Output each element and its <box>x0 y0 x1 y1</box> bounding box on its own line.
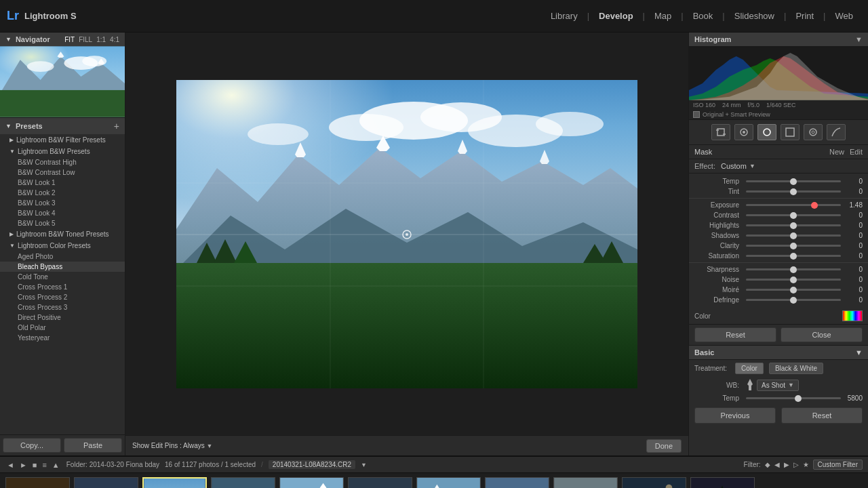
preset-bw-contrast-high[interactable]: B&W Contrast High <box>0 157 125 167</box>
filename-arrow[interactable]: ▼ <box>361 462 367 468</box>
mask-new-button[interactable]: New <box>829 148 844 156</box>
film-thumb-1[interactable]: ◆ ▷ ⬛ <box>5 477 70 488</box>
nav-print[interactable]: Print <box>787 11 822 21</box>
nav-library[interactable]: Library <box>542 11 586 21</box>
basic-temp-track[interactable] <box>746 397 841 399</box>
nav-slideshow[interactable]: Slideshow <box>726 11 783 21</box>
saturation-track[interactable] <box>746 255 841 257</box>
graduated-filter-tool[interactable] <box>781 124 800 140</box>
noise-track[interactable] <box>746 279 841 281</box>
exposure-thumb[interactable] <box>811 202 818 209</box>
moire-track[interactable] <box>746 289 841 291</box>
tint-thumb[interactable] <box>790 188 797 195</box>
preset-bw-look-3[interactable]: B&W Look 3 <box>0 198 125 208</box>
nav-size-1-1[interactable]: 1:1 <box>96 36 106 43</box>
nav-map[interactable]: Map <box>646 11 679 21</box>
nav-web[interactable]: Web <box>827 11 862 21</box>
filter-icon-4[interactable]: ▷ <box>793 461 799 468</box>
preset-bw-look-5[interactable]: B&W Look 5 <box>0 218 125 228</box>
fs-nav-1[interactable]: ◄ <box>5 461 16 469</box>
nav-size-fill[interactable]: FILL <box>79 36 92 43</box>
fs-grid-view[interactable]: ≡ <box>41 461 47 469</box>
preset-bw-look-1[interactable]: B&W Look 1 <box>0 178 125 188</box>
adjustment-brush-tool[interactable] <box>804 124 823 140</box>
fs-loupe-view[interactable]: ▲ <box>51 461 61 469</box>
film-thumb-10[interactable] <box>622 477 686 488</box>
film-thumb-8[interactable] <box>485 477 549 488</box>
nav-size-4-1[interactable]: 4:1 <box>110 36 119 43</box>
filter-icon-2[interactable]: ◀ <box>774 461 780 468</box>
preset-yesteryear[interactable]: Yesteryear <box>0 333 125 343</box>
filter-icon-1[interactable]: ◆ <box>765 461 770 468</box>
preset-group-color-header[interactable]: ▼ Lightroom Color Presets <box>0 240 125 251</box>
exposure-track[interactable] <box>746 204 841 206</box>
presets-add-button[interactable]: + <box>114 121 119 131</box>
tint-track[interactable] <box>746 190 841 192</box>
reset-main-button[interactable]: Reset <box>781 407 863 424</box>
shadows-track[interactable] <box>746 235 841 237</box>
defringe-thumb[interactable] <box>790 297 797 304</box>
navigator-header[interactable]: ▼ Navigator FIT FILL 1:1 4:1 <box>0 33 125 46</box>
custom-filter-button[interactable]: Custom Filter <box>813 460 863 470</box>
sharpness-thumb[interactable] <box>790 266 797 273</box>
bw-treatment-button[interactable]: Black & White <box>769 363 823 374</box>
nav-develop[interactable]: Develop <box>591 11 642 21</box>
film-thumb-3[interactable]: ◆ ▷ <box>142 477 207 488</box>
histogram-header[interactable]: Histogram ▼ <box>689 33 868 46</box>
preset-bleach-bypass[interactable]: Bleach Bypass <box>0 262 125 272</box>
nav-book[interactable]: Book <box>685 11 722 21</box>
film-thumb-9[interactable]: ◆ ▷ <box>553 477 618 488</box>
mask-edit-button[interactable]: Edit <box>850 148 863 156</box>
temp-track[interactable] <box>746 180 841 182</box>
clarity-track[interactable] <box>746 245 841 247</box>
navigator-thumbnail[interactable] <box>0 46 125 117</box>
preset-aged-photo[interactable]: Aged Photo <box>0 251 125 262</box>
preset-bw-contrast-low[interactable]: B&W Contrast Low <box>0 167 125 178</box>
film-thumb-5[interactable]: ◆ ▷ <box>279 477 344 488</box>
film-thumb-2[interactable]: ◆ ▷ <box>74 477 138 488</box>
defringe-track[interactable] <box>746 299 841 301</box>
filename-label[interactable]: 20140321-L08A8234.CR2 <box>269 460 355 469</box>
spot-heal-tool[interactable] <box>734 124 753 140</box>
preset-cross-process-1[interactable]: Cross Process 1 <box>0 282 125 292</box>
filter-icon-5[interactable]: ★ <box>803 461 809 468</box>
fs-nav-3[interactable]: ■ <box>31 461 39 469</box>
preset-cross-process-3[interactable]: Cross Process 3 <box>0 302 125 312</box>
preset-group-bw-toned-header[interactable]: ▶ Lightroom B&W Toned Presets <box>0 228 125 240</box>
film-thumb-11[interactable] <box>690 477 755 488</box>
main-image[interactable] <box>176 80 637 388</box>
crop-tool[interactable] <box>711 124 730 140</box>
previous-button[interactable]: Previous <box>694 407 776 424</box>
shadows-thumb[interactable] <box>790 232 797 239</box>
temp-thumb[interactable] <box>790 178 797 185</box>
basic-temp-thumb[interactable] <box>795 395 802 402</box>
preset-bw-look-2[interactable]: B&W Look 2 <box>0 188 125 198</box>
preset-cross-process-2[interactable]: Cross Process 2 <box>0 292 125 302</box>
preset-group-bw-filter-header[interactable]: ▶ Lightroom B&W Filter Presets <box>0 134 125 146</box>
preset-group-bw-presets-header[interactable]: ▼ Lightroom B&W Presets <box>0 146 125 157</box>
preset-bw-look-4[interactable]: B&W Look 4 <box>0 208 125 218</box>
saturation-thumb[interactable] <box>790 253 797 260</box>
sharpness-track[interactable] <box>746 268 841 270</box>
moire-thumb[interactable] <box>790 287 797 293</box>
presets-header[interactable]: ▼ Presets + <box>0 118 125 134</box>
preset-cold-tone[interactable]: Cold Tone <box>0 272 125 282</box>
film-thumb-4[interactable]: ◆ ▷ <box>211 477 275 488</box>
clarity-thumb[interactable] <box>790 243 797 249</box>
copy-button[interactable]: Copy... <box>3 438 61 453</box>
done-button[interactable]: Done <box>646 439 682 453</box>
effect-dropdown[interactable]: Custom ▼ <box>721 162 755 170</box>
fs-nav-2[interactable]: ► <box>18 461 28 469</box>
always-dropdown[interactable]: Always <box>183 442 205 449</box>
contrast-track[interactable] <box>746 214 841 216</box>
highlights-track[interactable] <box>746 224 841 226</box>
film-thumb-6[interactable] <box>348 477 412 488</box>
close-button[interactable]: Close <box>781 327 863 342</box>
highlights-thumb[interactable] <box>790 222 797 229</box>
preview-checkbox[interactable] <box>693 111 700 118</box>
color-treatment-button[interactable]: Color <box>735 363 764 374</box>
preset-direct-positive[interactable]: Direct Positive <box>0 312 125 323</box>
nav-size-fit[interactable]: FIT <box>64 36 75 43</box>
basic-section-header[interactable]: Basic ▼ <box>689 346 868 360</box>
wb-eyedropper-tool[interactable] <box>743 378 757 392</box>
